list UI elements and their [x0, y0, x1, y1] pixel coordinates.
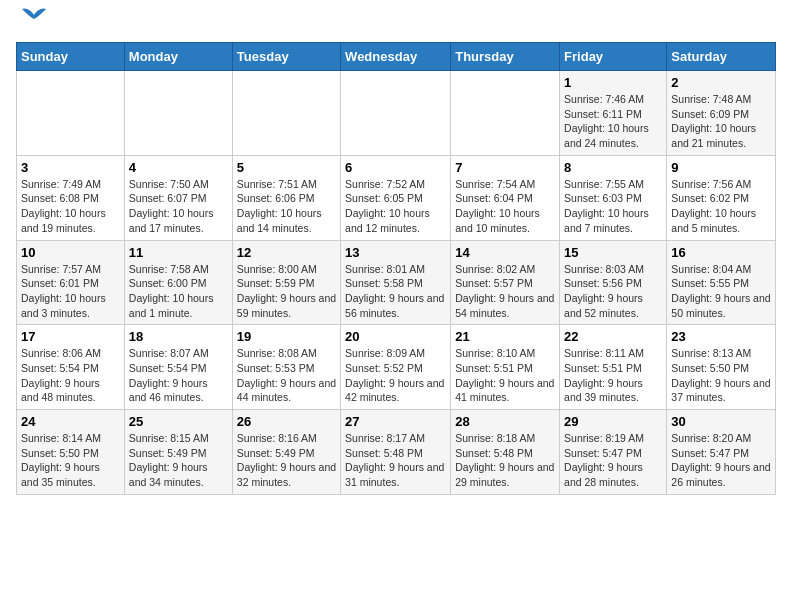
- day-number: 21: [455, 329, 555, 344]
- day-info: Sunrise: 8:20 AM Sunset: 5:47 PM Dayligh…: [671, 431, 771, 490]
- day-number: 5: [237, 160, 336, 175]
- day-number: 1: [564, 75, 662, 90]
- day-number: 12: [237, 245, 336, 260]
- calendar-cell: 2Sunrise: 7:48 AM Sunset: 6:09 PM Daylig…: [667, 71, 776, 156]
- day-number: 24: [21, 414, 120, 429]
- calendar-week-row: 24Sunrise: 8:14 AM Sunset: 5:50 PM Dayli…: [17, 410, 776, 495]
- day-info: Sunrise: 8:11 AM Sunset: 5:51 PM Dayligh…: [564, 346, 662, 405]
- day-number: 14: [455, 245, 555, 260]
- day-info: Sunrise: 8:16 AM Sunset: 5:49 PM Dayligh…: [237, 431, 336, 490]
- logo-bird-icon: [18, 5, 50, 33]
- day-info: Sunrise: 8:00 AM Sunset: 5:59 PM Dayligh…: [237, 262, 336, 321]
- calendar-cell: 1Sunrise: 7:46 AM Sunset: 6:11 PM Daylig…: [560, 71, 667, 156]
- weekday-header: Thursday: [451, 43, 560, 71]
- calendar-cell: 6Sunrise: 7:52 AM Sunset: 6:05 PM Daylig…: [341, 155, 451, 240]
- calendar-week-row: 17Sunrise: 8:06 AM Sunset: 5:54 PM Dayli…: [17, 325, 776, 410]
- day-info: Sunrise: 8:09 AM Sunset: 5:52 PM Dayligh…: [345, 346, 446, 405]
- page-header: [16, 16, 776, 34]
- day-info: Sunrise: 8:03 AM Sunset: 5:56 PM Dayligh…: [564, 262, 662, 321]
- calendar-cell: [232, 71, 340, 156]
- calendar-cell: [17, 71, 125, 156]
- day-info: Sunrise: 8:10 AM Sunset: 5:51 PM Dayligh…: [455, 346, 555, 405]
- calendar-cell: 24Sunrise: 8:14 AM Sunset: 5:50 PM Dayli…: [17, 410, 125, 495]
- day-info: Sunrise: 8:04 AM Sunset: 5:55 PM Dayligh…: [671, 262, 771, 321]
- day-info: Sunrise: 7:48 AM Sunset: 6:09 PM Dayligh…: [671, 92, 771, 151]
- calendar-cell: 26Sunrise: 8:16 AM Sunset: 5:49 PM Dayli…: [232, 410, 340, 495]
- calendar-cell: 20Sunrise: 8:09 AM Sunset: 5:52 PM Dayli…: [341, 325, 451, 410]
- day-info: Sunrise: 7:58 AM Sunset: 6:00 PM Dayligh…: [129, 262, 228, 321]
- day-number: 16: [671, 245, 771, 260]
- day-number: 28: [455, 414, 555, 429]
- day-number: 20: [345, 329, 446, 344]
- calendar-cell: 5Sunrise: 7:51 AM Sunset: 6:06 PM Daylig…: [232, 155, 340, 240]
- day-number: 3: [21, 160, 120, 175]
- weekday-header: Sunday: [17, 43, 125, 71]
- calendar-cell: 11Sunrise: 7:58 AM Sunset: 6:00 PM Dayli…: [124, 240, 232, 325]
- day-number: 22: [564, 329, 662, 344]
- day-number: 18: [129, 329, 228, 344]
- calendar-cell: 25Sunrise: 8:15 AM Sunset: 5:49 PM Dayli…: [124, 410, 232, 495]
- day-number: 15: [564, 245, 662, 260]
- logo: [16, 16, 50, 34]
- weekday-header: Monday: [124, 43, 232, 71]
- calendar-table: SundayMondayTuesdayWednesdayThursdayFrid…: [16, 42, 776, 495]
- day-number: 2: [671, 75, 771, 90]
- day-info: Sunrise: 8:15 AM Sunset: 5:49 PM Dayligh…: [129, 431, 228, 490]
- calendar-cell: [124, 71, 232, 156]
- calendar-cell: 27Sunrise: 8:17 AM Sunset: 5:48 PM Dayli…: [341, 410, 451, 495]
- day-info: Sunrise: 7:56 AM Sunset: 6:02 PM Dayligh…: [671, 177, 771, 236]
- day-info: Sunrise: 8:13 AM Sunset: 5:50 PM Dayligh…: [671, 346, 771, 405]
- day-number: 9: [671, 160, 771, 175]
- day-info: Sunrise: 8:17 AM Sunset: 5:48 PM Dayligh…: [345, 431, 446, 490]
- weekday-header: Tuesday: [232, 43, 340, 71]
- weekday-header: Wednesday: [341, 43, 451, 71]
- calendar-week-row: 10Sunrise: 7:57 AM Sunset: 6:01 PM Dayli…: [17, 240, 776, 325]
- day-info: Sunrise: 8:14 AM Sunset: 5:50 PM Dayligh…: [21, 431, 120, 490]
- day-number: 29: [564, 414, 662, 429]
- day-info: Sunrise: 7:52 AM Sunset: 6:05 PM Dayligh…: [345, 177, 446, 236]
- day-info: Sunrise: 7:46 AM Sunset: 6:11 PM Dayligh…: [564, 92, 662, 151]
- day-info: Sunrise: 7:51 AM Sunset: 6:06 PM Dayligh…: [237, 177, 336, 236]
- calendar-cell: [341, 71, 451, 156]
- day-number: 27: [345, 414, 446, 429]
- day-number: 26: [237, 414, 336, 429]
- calendar-cell: 17Sunrise: 8:06 AM Sunset: 5:54 PM Dayli…: [17, 325, 125, 410]
- day-number: 19: [237, 329, 336, 344]
- calendar-cell: 29Sunrise: 8:19 AM Sunset: 5:47 PM Dayli…: [560, 410, 667, 495]
- day-info: Sunrise: 7:49 AM Sunset: 6:08 PM Dayligh…: [21, 177, 120, 236]
- day-info: Sunrise: 8:07 AM Sunset: 5:54 PM Dayligh…: [129, 346, 228, 405]
- calendar-week-row: 3Sunrise: 7:49 AM Sunset: 6:08 PM Daylig…: [17, 155, 776, 240]
- calendar-cell: 21Sunrise: 8:10 AM Sunset: 5:51 PM Dayli…: [451, 325, 560, 410]
- day-info: Sunrise: 8:01 AM Sunset: 5:58 PM Dayligh…: [345, 262, 446, 321]
- day-info: Sunrise: 8:19 AM Sunset: 5:47 PM Dayligh…: [564, 431, 662, 490]
- weekday-header: Friday: [560, 43, 667, 71]
- calendar-cell: 28Sunrise: 8:18 AM Sunset: 5:48 PM Dayli…: [451, 410, 560, 495]
- calendar-cell: 9Sunrise: 7:56 AM Sunset: 6:02 PM Daylig…: [667, 155, 776, 240]
- day-info: Sunrise: 7:50 AM Sunset: 6:07 PM Dayligh…: [129, 177, 228, 236]
- calendar-cell: [451, 71, 560, 156]
- calendar-cell: 7Sunrise: 7:54 AM Sunset: 6:04 PM Daylig…: [451, 155, 560, 240]
- day-number: 25: [129, 414, 228, 429]
- day-info: Sunrise: 8:18 AM Sunset: 5:48 PM Dayligh…: [455, 431, 555, 490]
- day-number: 6: [345, 160, 446, 175]
- day-number: 17: [21, 329, 120, 344]
- calendar-cell: 15Sunrise: 8:03 AM Sunset: 5:56 PM Dayli…: [560, 240, 667, 325]
- day-number: 4: [129, 160, 228, 175]
- weekday-header: Saturday: [667, 43, 776, 71]
- day-info: Sunrise: 7:57 AM Sunset: 6:01 PM Dayligh…: [21, 262, 120, 321]
- day-number: 13: [345, 245, 446, 260]
- day-number: 7: [455, 160, 555, 175]
- calendar-week-row: 1Sunrise: 7:46 AM Sunset: 6:11 PM Daylig…: [17, 71, 776, 156]
- day-number: 10: [21, 245, 120, 260]
- calendar-cell: 22Sunrise: 8:11 AM Sunset: 5:51 PM Dayli…: [560, 325, 667, 410]
- calendar-cell: 8Sunrise: 7:55 AM Sunset: 6:03 PM Daylig…: [560, 155, 667, 240]
- calendar-cell: 13Sunrise: 8:01 AM Sunset: 5:58 PM Dayli…: [341, 240, 451, 325]
- calendar-cell: 23Sunrise: 8:13 AM Sunset: 5:50 PM Dayli…: [667, 325, 776, 410]
- calendar-cell: 19Sunrise: 8:08 AM Sunset: 5:53 PM Dayli…: [232, 325, 340, 410]
- day-number: 23: [671, 329, 771, 344]
- calendar-cell: 18Sunrise: 8:07 AM Sunset: 5:54 PM Dayli…: [124, 325, 232, 410]
- calendar-cell: 10Sunrise: 7:57 AM Sunset: 6:01 PM Dayli…: [17, 240, 125, 325]
- calendar-cell: 30Sunrise: 8:20 AM Sunset: 5:47 PM Dayli…: [667, 410, 776, 495]
- day-info: Sunrise: 8:02 AM Sunset: 5:57 PM Dayligh…: [455, 262, 555, 321]
- day-number: 11: [129, 245, 228, 260]
